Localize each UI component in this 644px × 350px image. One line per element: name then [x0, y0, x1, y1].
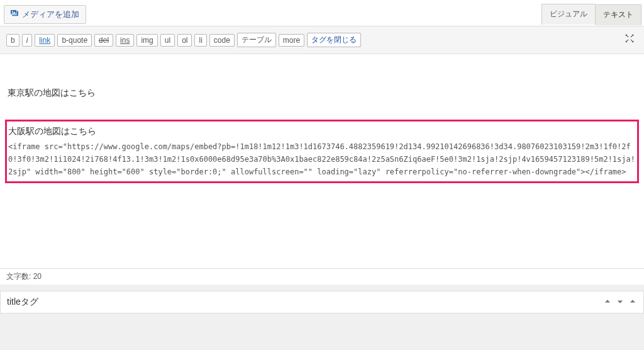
editor-footer: 文字数: 20 — [0, 268, 644, 285]
editor-container: メディアを追加 ビジュアル テキスト b i link b-quote del … — [0, 0, 644, 285]
qt-bold-button[interactable]: b — [6, 34, 19, 47]
content-line-1: 東京駅の地図はこちら — [8, 86, 636, 101]
qt-close-tags-button[interactable]: タグを閉じる — [307, 33, 361, 47]
qt-ins-button[interactable]: ins — [116, 34, 134, 47]
metabox-title-tag: titleタグ — [0, 291, 644, 313]
qt-more-button[interactable]: more — [279, 34, 304, 47]
qt-table-button[interactable]: テーブル — [237, 33, 276, 47]
editor-top-row: メディアを追加 ビジュアル テキスト — [0, 0, 644, 26]
editor-textarea[interactable]: 東京駅の地図はこちら 大阪駅の地図はこちら <iframe src="https… — [0, 54, 644, 268]
qt-link-button[interactable]: link — [35, 34, 55, 47]
qt-italic-button[interactable]: i — [22, 34, 33, 47]
word-count-value: 20 — [33, 272, 42, 281]
word-count-label: 文字数: — [6, 272, 31, 281]
editor-mode-tabs: ビジュアル テキスト — [541, 4, 641, 25]
add-media-button[interactable]: メディアを追加 — [4, 5, 86, 24]
add-media-label: メディアを追加 — [22, 9, 79, 20]
metabox-title: titleタグ — [7, 296, 38, 308]
qt-li-button[interactable]: li — [194, 34, 206, 47]
move-up-icon[interactable] — [603, 297, 612, 308]
metabox-controls — [603, 297, 637, 308]
quicktags-toolbar: b i link b-quote del ins img ul ol li co… — [0, 26, 644, 54]
qt-code-button[interactable]: code — [209, 34, 235, 47]
qt-bquote-button[interactable]: b-quote — [57, 34, 92, 47]
fullscreen-icon — [624, 33, 635, 44]
tab-text[interactable]: テキスト — [595, 4, 641, 25]
media-icon — [11, 9, 19, 20]
content-iframe-code: <iframe src="https://www.google.com/maps… — [8, 140, 636, 179]
toggle-panel-icon[interactable] — [628, 297, 637, 308]
fullscreen-toggle-button[interactable] — [621, 31, 638, 48]
content-line-2: 大阪駅の地図はこちら — [8, 124, 636, 139]
qt-del-button[interactable]: del — [94, 34, 113, 47]
highlight-annotation: 大阪駅の地図はこちら <iframe src="https://www.goog… — [5, 120, 639, 183]
qt-ul-button[interactable]: ul — [160, 34, 175, 47]
move-down-icon[interactable] — [616, 297, 625, 308]
qt-img-button[interactable]: img — [136, 34, 157, 47]
qt-ol-button[interactable]: ol — [177, 34, 192, 47]
tab-visual[interactable]: ビジュアル — [541, 4, 595, 25]
metabox-header: titleタグ — [1, 291, 643, 313]
